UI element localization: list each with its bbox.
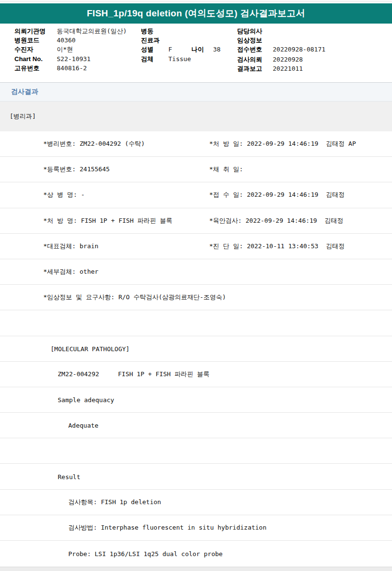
label-age: 나이 <box>191 46 204 53</box>
label-receipt-no: 접수번호 <box>237 46 262 53</box>
value-patient-name: 이*현 <box>57 46 73 53</box>
value-chart-no: S22-10931 <box>57 55 90 63</box>
table-row: *등록번호: 24155645 *채 취 일: <box>0 157 392 182</box>
table-row: 검사항목: FISH 1p deletion <box>0 490 392 515</box>
table-row: *세부검체: other <box>0 259 392 285</box>
table-row-empty <box>0 310 392 336</box>
label-clinical-info: 임상정보 <box>237 37 262 44</box>
report-cell-left: *대표검체: brain <box>43 242 99 251</box>
department-label: [병리과] <box>10 112 36 121</box>
report-page: FISH_1p/19q deletion (여의도성모) 검사결과보고서 의뢰기… <box>0 0 392 571</box>
value-specimen: Tissue <box>168 55 191 63</box>
table-row: *대표검체: brain *진 단 일: 2022-10-11 13:40:53… <box>0 234 392 259</box>
label-report-date: 결과보고 <box>237 65 262 73</box>
bottom-divider <box>0 567 392 571</box>
report-cell-left: *병리번호: ZM22-004292 (수탁) <box>43 140 145 148</box>
table-row: [MOLECULAR PATHOLOGY] <box>0 336 392 362</box>
report-cell-left: *상 병 명: - <box>43 190 85 199</box>
label-hospital-code: 병원코드 <box>14 37 39 44</box>
table-row: Adequate <box>0 413 392 438</box>
report-cell-left: *세부검체: other <box>43 267 99 276</box>
report-cell-left: ZM22-004292 FISH 1P + FISH 파라핀 블록 <box>58 370 209 379</box>
value-age: 38 <box>213 46 221 53</box>
value-hospital-name: 동국대학교의료원(일산) <box>57 27 127 35</box>
section-header: 검사결과 <box>0 82 392 102</box>
section-title: 검사결과 <box>11 88 38 96</box>
label-patient-name: 수진자 <box>14 46 33 53</box>
label-doctor: 담당의사 <box>237 27 262 35</box>
report-cell-left: 검사방법: Interphase fluorescent in situ hyb… <box>68 523 266 532</box>
report-cell-right: *처 방 일: 2022-09-29 14:46:19 김태정 AP <box>209 140 356 148</box>
report-cell-left: *처 방 명: FISH 1P + FISH 파라핀 블록 <box>43 216 172 225</box>
report-cell-left: *임상정보 및 요구사항: R/O 수탁검사(삼광의료재단-조영숙) <box>43 293 226 302</box>
table-row: 검사방법: Interphase fluorescent in situ hyb… <box>0 515 392 541</box>
table-row: Sample adequacy <box>0 387 392 413</box>
label-hospital-name: 의뢰기관명 <box>14 27 46 35</box>
report-cell-right: *육안검사: 2022-09-29 14:46:19 김태정 <box>209 216 343 225</box>
label-department: 진료과 <box>141 37 160 44</box>
table-row: ZM22-004292 FISH 1P + FISH 파라핀 블록 <box>0 362 392 387</box>
value-sex: F <box>168 46 172 53</box>
patient-info-header: 의뢰기관명 동국대학교의료원(일산) 병원코드 40360 수진자 이*현 Ch… <box>0 0 392 82</box>
report-cell-left: Adequate <box>68 422 99 429</box>
label-ward: 병동 <box>141 27 153 35</box>
table-row: *병리번호: ZM22-004292 (수탁) *처 방 일: 2022-09-… <box>0 131 392 157</box>
report-cell-left: 검사항목: FISH 1p deletion <box>68 498 161 507</box>
value-unique-no: 840816-2 <box>57 64 87 72</box>
label-sex: 성별 <box>141 46 153 53</box>
table-row: Probe: LSI 1p36/LSI 1q25 dual color prob… <box>0 541 392 566</box>
report-cell-left: [MOLECULAR PATHOLOGY] <box>51 345 129 352</box>
table-row: *처 방 명: FISH 1P + FISH 파라핀 블록 *육안검사: 202… <box>0 208 392 234</box>
value-receipt-no: 20220928-08171 <box>273 46 326 53</box>
report-cell-left: Result <box>58 473 80 480</box>
report-cell-left: *등록번호: 24155645 <box>43 165 110 174</box>
table-row: *임상정보 및 요구사항: R/O 수탁검사(삼광의료재단-조영숙) <box>0 285 392 310</box>
report-cell-left: Sample adequacy <box>58 396 114 403</box>
report-cell-right: *접 수 일: 2022-09-29 14:46:19 김태정 <box>209 190 345 199</box>
report-cell-right: *진 단 일: 2022-10-11 13:40:53 김태정 <box>209 242 345 251</box>
table-row-empty <box>0 438 392 464</box>
department-band: [병리과] <box>0 102 392 131</box>
report-cell-left: Probe: LSI 1p36/LSI 1q25 dual color prob… <box>68 550 223 557</box>
value-request-date: 20220928 <box>273 56 303 63</box>
label-unique-no: 고유번호 <box>14 64 39 72</box>
report-body: *병리번호: ZM22-004292 (수탁) *처 방 일: 2022-09-… <box>0 131 392 566</box>
label-chart-no: Chart No. <box>14 55 43 63</box>
label-request-date: 검사의뢰 <box>237 56 262 63</box>
value-hospital-code: 40360 <box>57 37 76 44</box>
table-row: *상 병 명: - *접 수 일: 2022-09-29 14:46:19 김태… <box>0 182 392 208</box>
value-report-date: 20221011 <box>273 65 303 73</box>
table-row: Result <box>0 464 392 489</box>
label-specimen: 검체 <box>141 55 153 63</box>
report-cell-right: *채 취 일: <box>209 165 243 174</box>
